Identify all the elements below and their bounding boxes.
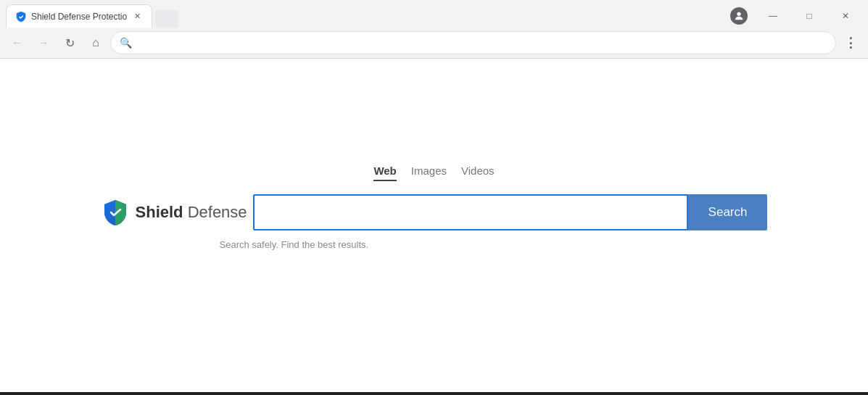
tagline: Search safely. Find the best results. bbox=[220, 239, 829, 250]
tab-favicon bbox=[15, 11, 27, 22]
search-tabs: Web Images Videos bbox=[373, 162, 494, 181]
logo-area: Shield Defense bbox=[101, 198, 247, 227]
search-input[interactable] bbox=[253, 194, 688, 230]
tab-web[interactable]: Web bbox=[373, 162, 396, 181]
new-tab-area bbox=[155, 10, 178, 28]
title-bar: Shield Defense Protectio ✕ — □ ✕ bbox=[0, 0, 868, 28]
address-input[interactable] bbox=[138, 37, 827, 49]
minimize-button[interactable]: — bbox=[756, 4, 790, 28]
forward-button[interactable]: → bbox=[32, 31, 55, 54]
profile-icon[interactable] bbox=[730, 7, 748, 25]
address-search-icon: 🔍 bbox=[120, 37, 132, 49]
home-button[interactable]: ⌂ bbox=[84, 31, 107, 54]
tab-label: Shield Defense Protectio bbox=[31, 12, 127, 22]
tab-videos[interactable]: Videos bbox=[461, 162, 495, 181]
shield-logo-icon bbox=[101, 198, 130, 227]
page-content: Web Images Videos bbox=[0, 59, 868, 395]
browser-menu-button[interactable]: ⋮ bbox=[839, 31, 862, 54]
search-row: Shield Defense Search bbox=[101, 194, 768, 230]
tab-images[interactable]: Images bbox=[411, 162, 447, 181]
tab-close-button[interactable]: ✕ bbox=[131, 11, 143, 22]
bottom-bar bbox=[0, 392, 868, 395]
active-tab[interactable]: Shield Defense Protectio ✕ bbox=[6, 4, 152, 28]
address-bar[interactable]: 🔍 bbox=[110, 31, 836, 54]
nav-bar: ← → ↻ ⌂ 🔍 ⋮ bbox=[0, 28, 868, 58]
logo-text: Shield Defense bbox=[136, 203, 247, 222]
search-button[interactable]: Search bbox=[688, 194, 768, 230]
window-controls: — □ ✕ bbox=[730, 4, 862, 28]
back-button[interactable]: ← bbox=[6, 31, 29, 54]
browser-chrome: Shield Defense Protectio ✕ — □ ✕ ← → ↻ ⌂… bbox=[0, 0, 868, 59]
tab-bar: Shield Defense Protectio ✕ bbox=[6, 4, 730, 28]
svg-point-0 bbox=[737, 12, 740, 16]
maximize-button[interactable]: □ bbox=[793, 4, 826, 28]
refresh-button[interactable]: ↻ bbox=[58, 31, 81, 54]
close-button[interactable]: ✕ bbox=[829, 4, 862, 28]
